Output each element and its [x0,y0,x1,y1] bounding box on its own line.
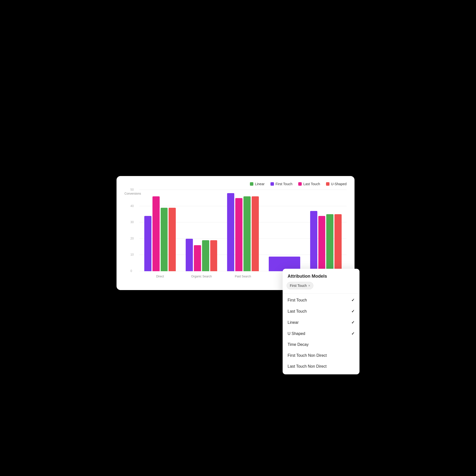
dropdown-divider-1 [283,293,359,294]
chart-area: Conversions 50 40 30 20 [124,190,347,279]
bar-paid-ushaped [252,196,259,271]
bar-paid-first-touch [227,193,234,271]
bar-group-organic [186,190,217,271]
bar-organic-last-touch [194,245,201,271]
selected-tag-label: First Touch [290,284,307,288]
legend-dot-linear [250,182,253,186]
chart-inner: 50 40 30 20 10 0 [139,190,347,271]
bar-5-ushaped [334,214,342,271]
dropdown-item-last-touch-non-direct[interactable]: Last Touch Non Direct [283,361,359,372]
dropdown-item-first-touch[interactable]: First Touch ✓ [283,295,359,306]
attribution-dropdown: Attribution Models First Touch × First T… [283,269,359,374]
bar-direct-first-touch [144,216,151,271]
x-label-paid: Paid Search [227,275,259,278]
bar-5-last-touch [318,216,326,271]
grid-label-30: 30 [130,220,134,224]
dropdown-title: Attribution Models [283,274,359,282]
dropdown-item-label-first-touch-non-direct: First Touch Non Direct [288,353,327,358]
checkmark-ushaped: ✓ [351,331,355,336]
dropdown-item-time-decay[interactable]: Time Decay [283,339,359,350]
dropdown-item-label-ushaped: U Shaped [288,331,305,336]
grid-label-20: 20 [130,237,134,240]
legend-label-last-touch: Last Touch [303,182,320,186]
legend-item-first-touch: First Touch [270,182,292,186]
x-label-organic: Organic Search [186,275,217,278]
dropdown-item-label-last-touch: Last Touch [288,309,307,314]
dropdown-item-first-touch-non-direct[interactable]: First Touch Non Direct [283,350,359,361]
dropdown-item-label-last-touch-non-direct: Last Touch Non Direct [288,364,327,369]
checkmark-last-touch: ✓ [351,309,355,314]
checkmark-linear: ✓ [351,320,355,325]
legend-dot-last-touch [298,182,302,186]
dropdown-item-linear[interactable]: Linear ✓ [283,317,359,328]
selected-tag[interactable]: First Touch × [287,282,313,289]
dropdown-item-label-linear: Linear [288,320,298,325]
bar-5-linear [326,214,333,271]
bar-group-paid [227,190,259,271]
legend-dot-first-touch [270,182,274,186]
dropdown-item-label-time-decay: Time Decay [288,342,309,347]
bar-paid-linear [243,196,251,271]
dropdown-item-label-first-touch: First Touch [288,298,307,302]
legend-label-first-touch: First Touch [275,182,292,186]
y-axis-label: Conversions [124,192,141,195]
grid-label-10: 10 [130,253,134,256]
legend-dot-ushaped [326,182,329,186]
legend-label-ushaped: U-Shaped [331,182,347,186]
bar-direct-ushaped [169,208,176,271]
grid-label-40: 40 [130,204,134,208]
legend-item-ushaped: U-Shaped [326,182,347,186]
legend-item-linear: Linear [250,182,265,186]
bar-5-first-touch [310,211,317,271]
bar-direct-last-touch [152,196,160,271]
bar-organic-first-touch [186,239,193,271]
bar-group-direct [144,190,176,271]
checkmark-first-touch: ✓ [351,298,355,302]
bar-groups [139,190,347,271]
grid-label-50: 50 [130,188,134,191]
main-scene: Linear First Touch Last Touch U-Shaped C… [117,176,359,300]
bar-paid-last-touch [235,198,242,271]
x-label-direct: Direct [144,275,176,278]
legend-label-linear: Linear [255,182,265,186]
bar-organic-ushaped [210,240,217,271]
grid-label-0: 0 [130,269,132,273]
bar-group-4 [269,190,300,271]
bar-organic-linear [202,240,209,271]
legend-item-last-touch: Last Touch [298,182,320,186]
bar-direct-linear [161,208,168,271]
dropdown-item-ushaped[interactable]: U Shaped ✓ [283,328,359,339]
close-tag-button[interactable]: × [308,284,310,288]
bar-group-5 [310,190,342,271]
dropdown-item-last-touch[interactable]: Last Touch ✓ [283,306,359,317]
chart-legend: Linear First Touch Last Touch U-Shaped [124,182,347,186]
